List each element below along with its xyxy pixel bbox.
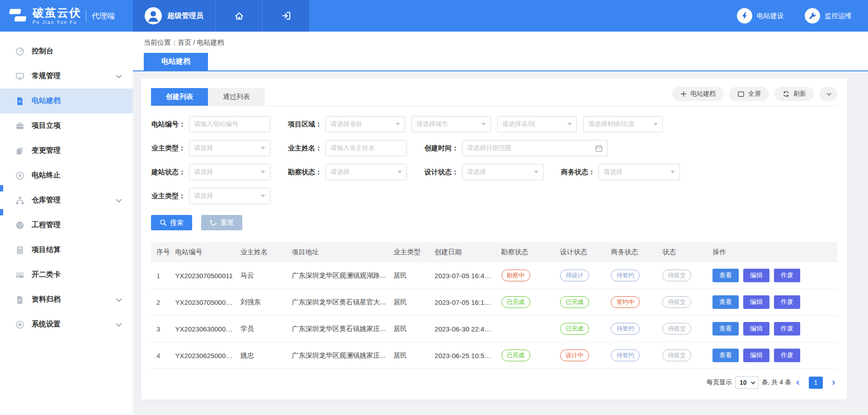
edit-button[interactable]: 编辑 (743, 322, 769, 336)
panel-toolbar: 电站建档全屏刷新 (672, 87, 837, 106)
select-input[interactable]: 请选择省份 (326, 116, 405, 132)
search-button[interactable]: 搜索 (151, 215, 192, 230)
nav-station-build[interactable]: 电站建设 (737, 8, 784, 23)
page-number-current[interactable]: 1 (809, 377, 823, 389)
select-input[interactable]: 请选择县/区 (497, 116, 577, 132)
toolbar-chevron-down-button[interactable] (820, 87, 837, 101)
void-button[interactable]: 作废 (774, 269, 800, 282)
filter-group: 电站编号：请输入电站编号 (151, 116, 288, 132)
column-header: 操作 (709, 242, 837, 262)
select-input[interactable]: 请选择 (462, 164, 543, 180)
select-input[interactable]: 请选择村镇/街道 (583, 116, 663, 132)
toolbar-fullscreen-button[interactable]: 全屏 (729, 87, 769, 101)
view-button[interactable]: 查看 (712, 322, 739, 336)
business-status-badge: 签约中 (611, 296, 640, 308)
logo-area[interactable]: 破茧云伏 Po Jian Yun Fu 代理端 (0, 0, 133, 32)
design-status-badge-cell: 已完成 (557, 289, 607, 316)
sidebar-item-calculator[interactable]: 项目结算 (0, 238, 133, 262)
edit-button[interactable]: 编辑 (743, 349, 769, 362)
page-tab-station-archive[interactable]: 电站建档 (144, 53, 208, 70)
toolbar-refresh-button[interactable]: 刷新 (774, 87, 814, 101)
filter-row: 电站编号：请输入电站编号项目区域：请选择省份请选择城市请选择县/区请选择村镇/街… (151, 116, 837, 132)
avatar (145, 7, 162, 24)
select-input[interactable]: 请选择城市 (411, 116, 491, 132)
submit-status-badge: 待提交 (662, 350, 691, 361)
sidebar-item-monitor[interactable]: 常规管理 (0, 64, 133, 89)
breadcrumb-label: 当前位置： (144, 38, 178, 46)
edit-button[interactable]: 编辑 (743, 269, 769, 282)
select-input[interactable]: 请选择 (189, 188, 270, 204)
dropdown-arrow-icon (481, 123, 486, 126)
breadcrumb-path[interactable]: 首页 / 电站建档 (178, 38, 224, 46)
view-button[interactable]: 查看 (712, 295, 739, 309)
station-code: YX2023062500004 (172, 342, 237, 369)
dropdown-arrow-icon (396, 123, 400, 126)
nav-monitor-ops[interactable]: 监控运维 (805, 8, 852, 23)
reset-button[interactable]: 重置 (201, 215, 242, 230)
sidebar-item-stop-circle[interactable]: 电站终止 (0, 163, 133, 188)
owner-name: 姚忠 (237, 342, 288, 369)
tab-create-list[interactable]: 创建列表 (151, 88, 208, 106)
sidebar-item-card[interactable]: 开二类卡 (0, 262, 133, 287)
placeholder-text: 请选择 (604, 168, 623, 176)
project-address: 广东深圳龙华区观澜镇观湖路... (288, 262, 390, 289)
select-input[interactable]: 请选择 (599, 164, 680, 180)
sidebar-item-sitemap[interactable]: 仓库管理 (0, 188, 133, 213)
user-menu[interactable]: 超级管理员 (133, 0, 216, 32)
sidebar-item-label: 控制台 (32, 47, 120, 56)
search-button-label: 搜索 (170, 219, 184, 227)
sidebar-item-briefcase[interactable]: 项目立项 (0, 113, 133, 138)
sidebar-scroll-mark[interactable] (0, 185, 3, 191)
sidebar-item-copy[interactable]: 变更管理 (0, 138, 133, 163)
home-button[interactable] (216, 0, 263, 32)
placeholder-text: 请选择省份 (330, 120, 362, 128)
tab-passed-list[interactable]: 通过列表 (208, 88, 265, 106)
survey-status-badge-cell: 已完成 (498, 289, 557, 316)
text-input[interactable]: 请输入业主姓名 (326, 140, 407, 156)
submit-status-badge: 待提交 (662, 296, 691, 308)
filter-group: 业主类型：请选择 (151, 140, 288, 156)
select-input[interactable]: 请选择 (326, 164, 407, 180)
filter-area: 电站编号：请输入电站编号项目区域：请选择省份请选择城市请选择县/区请选择村镇/街… (151, 116, 837, 204)
per-page-select[interactable]: 10 (735, 376, 759, 389)
logout-button[interactable] (263, 0, 310, 32)
calendar-icon (595, 145, 603, 152)
calculator-icon (15, 246, 24, 255)
placeholder-text: 请输入电站编号 (194, 120, 238, 128)
filter-label: 设计状态： (424, 168, 458, 177)
select-input[interactable]: 请选择 (189, 164, 270, 180)
toolbar-plus-button[interactable]: 电站建档 (672, 87, 724, 101)
prev-page-button[interactable] (794, 379, 803, 386)
filter-label: 业主类型： (151, 192, 185, 201)
sidebar-item-archive[interactable]: 资料归档 (0, 287, 133, 312)
sidebar-item-settings[interactable]: 系统设置 (0, 312, 133, 337)
row-index: 2 (151, 289, 172, 316)
dropdown-arrow-icon (653, 123, 658, 126)
date-range-input[interactable]: 请选择日期范围 (462, 140, 608, 156)
row-index: 3 (151, 316, 172, 342)
view-button[interactable]: 查看 (712, 269, 739, 282)
view-button[interactable]: 查看 (712, 349, 739, 362)
select-input[interactable]: 请选择 (189, 140, 270, 156)
sidebar-item-gauge[interactable]: 工程管理 (0, 213, 133, 238)
card-icon (15, 270, 24, 280)
list-panel: 创建列表 通过列表 电站建档全屏刷新 电站编号：请输入电站编号项目区域：请选择省… (141, 79, 847, 400)
edit-button[interactable]: 编辑 (743, 295, 769, 309)
void-button[interactable]: 作废 (774, 295, 800, 309)
void-button[interactable]: 作废 (774, 349, 800, 362)
table-row: 3YX2023063000009学员广东深圳龙华区黄石镇姚家庄...居民2023… (151, 316, 837, 342)
created-date: 2023-07-05 16:18:50 (431, 289, 497, 316)
sidebar: 控制台常规管理电站建档项目立项变更管理电站终止仓库管理工程管理项目结算开二类卡资… (0, 32, 133, 415)
sidebar-item-dashboard[interactable]: 控制台 (0, 39, 133, 64)
placeholder-text: 请选择 (194, 168, 213, 176)
void-button[interactable]: 作废 (774, 322, 800, 336)
list-tabs: 创建列表 通过列表 (151, 88, 265, 106)
sidebar-scroll-mark[interactable] (0, 209, 3, 215)
design-status-badge: 已完成 (560, 296, 589, 308)
text-input[interactable]: 请输入电站编号 (189, 116, 270, 132)
row-actions: 查看编辑作废 (709, 262, 837, 289)
filter-label: 项目区域： (288, 120, 322, 129)
next-page-button[interactable] (829, 379, 837, 386)
sidebar-item-document[interactable]: 电站建档 (0, 89, 133, 113)
records-table: 序号电站编号业主姓名项目地址业主类型创建日期勘察状态设计状态商务状态状态操作 1… (151, 242, 837, 369)
